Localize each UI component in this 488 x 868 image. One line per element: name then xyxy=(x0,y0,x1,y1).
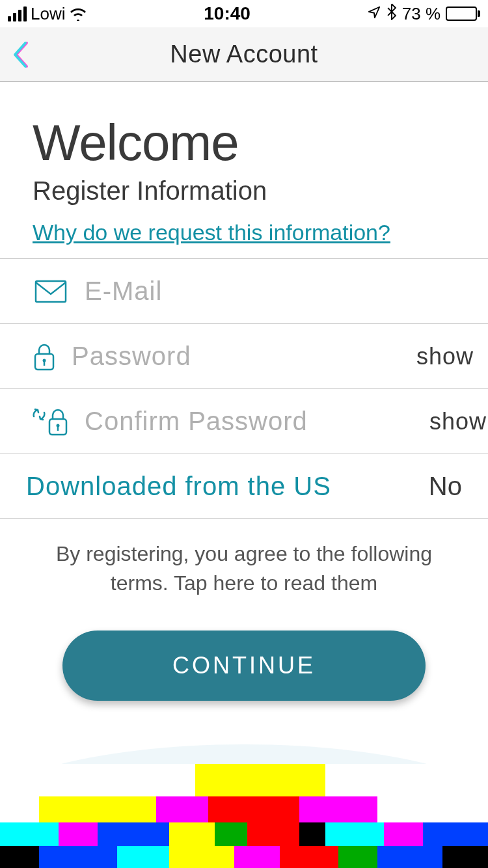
show-confirm-button[interactable]: show xyxy=(429,408,487,435)
lock-icon xyxy=(33,342,56,371)
downloaded-us-label: Downloaded from the US xyxy=(26,472,331,501)
cellular-signal-icon xyxy=(8,7,27,21)
wifi-icon xyxy=(69,7,87,21)
svg-rect-0 xyxy=(36,281,66,302)
password-row: show xyxy=(0,323,488,388)
confirm-password-row: show xyxy=(0,388,488,454)
status-left: Lowi xyxy=(8,4,87,24)
email-input[interactable] xyxy=(85,277,455,306)
nav-header: New Account xyxy=(0,27,488,82)
chevron-left-icon xyxy=(12,40,32,69)
why-request-link[interactable]: Why do we request this information? xyxy=(33,220,390,245)
carrier-label: Lowi xyxy=(31,4,65,24)
status-right: 73 % xyxy=(367,3,480,25)
battery-percent-label: 73 % xyxy=(402,4,441,24)
bluetooth-icon xyxy=(386,3,397,25)
status-bar: Lowi 10:40 73 % xyxy=(0,0,488,27)
terms-text[interactable]: By registering, you agree to the followi… xyxy=(0,519,488,598)
welcome-title: Welcome xyxy=(33,113,455,172)
password-input[interactable] xyxy=(72,342,401,371)
battery-icon xyxy=(446,7,480,21)
status-time: 10:40 xyxy=(204,3,251,24)
continue-button[interactable]: CONTINUE xyxy=(62,631,426,701)
mail-icon xyxy=(33,280,69,303)
svg-point-5 xyxy=(57,424,60,427)
page-title: New Account xyxy=(170,40,318,68)
email-row xyxy=(0,258,488,323)
welcome-block: Welcome Register Information Why do we r… xyxy=(0,82,488,258)
continue-wrap: CONTINUE xyxy=(0,598,488,701)
confirm-lock-icon xyxy=(33,407,69,436)
bottom-decoration xyxy=(0,738,488,868)
show-password-button[interactable]: show xyxy=(416,343,474,370)
back-button[interactable] xyxy=(8,40,36,69)
svg-point-2 xyxy=(43,359,46,362)
welcome-subtitle: Register Information xyxy=(33,176,455,206)
content: Welcome Register Information Why do we r… xyxy=(0,82,488,701)
location-icon xyxy=(367,4,381,24)
downloaded-us-row[interactable]: Downloaded from the US No xyxy=(0,454,488,519)
confirm-password-input[interactable] xyxy=(85,407,414,436)
downloaded-us-value: No xyxy=(429,472,462,501)
